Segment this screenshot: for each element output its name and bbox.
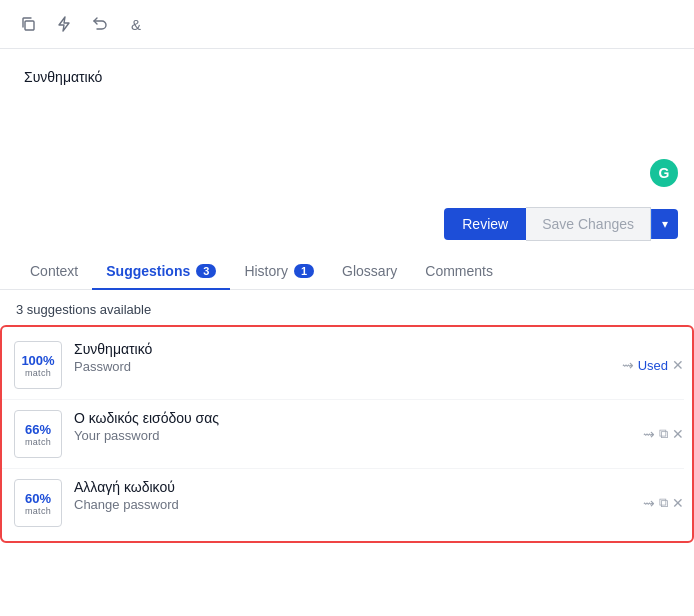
close-icon-1[interactable]: ✕ — [672, 357, 684, 373]
grammarly-icon[interactable]: G — [650, 159, 678, 187]
suggestion-target-3: Change password — [74, 497, 635, 512]
suggestion-source-3: Αλλαγή κωδικού — [74, 479, 635, 495]
svg-rect-0 — [25, 21, 34, 30]
dropdown-button[interactable]: ▾ — [651, 209, 678, 239]
tab-comments[interactable]: Comments — [411, 253, 507, 289]
toolbar: & — [0, 0, 694, 49]
suggestion-content-2: Ο κωδικός εισόδου σας Your password — [74, 410, 635, 443]
close-icon-3[interactable]: ✕ — [672, 495, 684, 511]
undo-button[interactable] — [84, 8, 116, 40]
suggestion-actions-2: ⇝ ⧉ ✕ — [643, 426, 684, 442]
dropdown-arrow-icon: ▾ — [662, 217, 668, 231]
review-button[interactable]: Review — [444, 208, 526, 240]
match-badge-1: 100% match — [14, 341, 62, 389]
suggestion-content-1: Συνθηματικό Password — [74, 341, 614, 374]
suggestion-target-1: Password — [74, 359, 614, 374]
suggestions-badge: 3 — [196, 264, 216, 278]
tab-history[interactable]: History 1 — [230, 253, 328, 289]
match-badge-2: 66% match — [14, 410, 62, 458]
save-changes-button: Save Changes — [526, 207, 651, 241]
source-text: Συνθηματικό — [24, 69, 670, 85]
suggestion-item-1: 100% match Συνθηματικό Password ⇝ Used ✕ — [2, 331, 684, 400]
action-bar: Review Save Changes ▾ — [0, 199, 694, 253]
close-icon-2[interactable]: ✕ — [672, 426, 684, 442]
content-area: Συνθηματικό G — [0, 49, 694, 199]
suggestion-item-3: 60% match Αλλαγή κωδικού Change password… — [2, 469, 684, 537]
copy-icon-2[interactable]: ⧉ — [659, 426, 668, 442]
suggestion-actions-3: ⇝ ⧉ ✕ — [643, 495, 684, 511]
suggestion-target-2: Your password — [74, 428, 635, 443]
suggestion-source-2: Ο κωδικός εισόδου σας — [74, 410, 635, 426]
tab-glossary[interactable]: Glossary — [328, 253, 411, 289]
special-char-button[interactable]: & — [120, 8, 152, 40]
tab-suggestions[interactable]: Suggestions 3 — [92, 253, 230, 289]
copy-icon-3[interactable]: ⧉ — [659, 495, 668, 511]
suggestion-item-2: 66% match Ο κωδικός εισόδου σας Your pas… — [2, 400, 684, 469]
suggestion-content-3: Αλλαγή κωδικού Change password — [74, 479, 635, 512]
suggestion-actions-1: ⇝ Used ✕ — [622, 357, 684, 373]
used-label-1: Used — [638, 358, 668, 373]
flash-button[interactable] — [48, 8, 80, 40]
suggestions-list: 100% match Συνθηματικό Password ⇝ Used ✕… — [0, 325, 694, 543]
history-badge: 1 — [294, 264, 314, 278]
suggestion-source-1: Συνθηματικό — [74, 341, 614, 357]
copy-button[interactable] — [12, 8, 44, 40]
tabs-container: Context Suggestions 3 History 1 Glossary… — [0, 253, 694, 290]
insert-icon-3[interactable]: ⇝ — [643, 495, 655, 511]
suggestions-count: 3 suggestions available — [0, 290, 694, 325]
insert-icon-2[interactable]: ⇝ — [643, 426, 655, 442]
match-badge-3: 60% match — [14, 479, 62, 527]
tab-context[interactable]: Context — [16, 253, 92, 289]
insert-icon-1[interactable]: ⇝ — [622, 357, 634, 373]
